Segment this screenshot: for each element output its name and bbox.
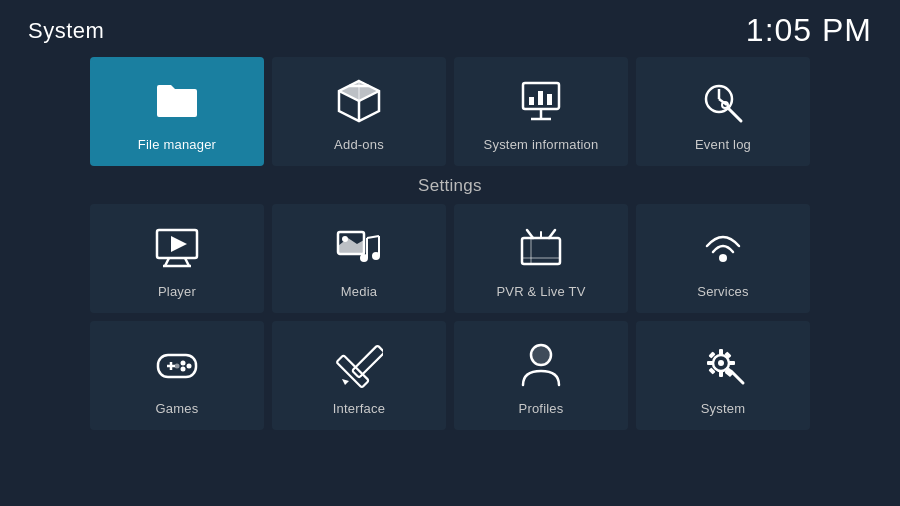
svg-rect-54 — [707, 361, 713, 365]
svg-line-26 — [367, 236, 379, 238]
svg-point-42 — [187, 364, 192, 369]
file-manager-icon — [151, 75, 203, 127]
add-ons-label: Add-ons — [334, 137, 384, 152]
services-icon — [697, 222, 749, 274]
tile-system-information[interactable]: System information — [454, 57, 628, 166]
svg-rect-52 — [719, 349, 723, 355]
svg-line-16 — [729, 109, 741, 121]
settings-row-1: Player Media — [90, 204, 810, 313]
tile-profiles[interactable]: Profiles — [454, 321, 628, 430]
svg-point-30 — [372, 252, 380, 260]
pvr-live-tv-icon — [515, 222, 567, 274]
profiles-label: Profiles — [519, 401, 564, 416]
clock: 1:05 PM — [746, 12, 872, 49]
tile-media[interactable]: Media — [272, 204, 446, 313]
event-log-label: Event log — [695, 137, 751, 152]
tile-pvr-live-tv[interactable]: PVR & Live TV — [454, 204, 628, 313]
svg-rect-10 — [529, 97, 534, 105]
svg-rect-11 — [538, 91, 543, 105]
svg-point-37 — [719, 254, 727, 262]
tile-event-log[interactable]: Event log — [636, 57, 810, 166]
svg-point-49 — [531, 345, 551, 365]
tile-add-ons[interactable]: Add-ons — [272, 57, 446, 166]
svg-point-51 — [718, 360, 724, 366]
svg-rect-53 — [719, 371, 723, 377]
media-icon — [333, 222, 385, 274]
system-information-label: System information — [484, 137, 599, 152]
svg-marker-46 — [342, 379, 349, 385]
games-icon — [151, 339, 203, 391]
tile-system[interactable]: System — [636, 321, 810, 430]
page-title: System — [28, 18, 104, 44]
profiles-icon — [515, 339, 567, 391]
svg-point-41 — [181, 361, 186, 366]
top-row: File manager Add-ons — [90, 57, 810, 166]
settings-row-2: Games Interface — [90, 321, 810, 430]
svg-marker-25 — [338, 238, 364, 254]
svg-rect-12 — [547, 94, 552, 105]
interface-label: Interface — [333, 401, 385, 416]
tile-file-manager[interactable]: File manager — [90, 57, 264, 166]
main-content: File manager Add-ons — [0, 57, 900, 430]
svg-rect-55 — [729, 361, 735, 365]
svg-rect-31 — [522, 238, 560, 264]
player-icon — [151, 222, 203, 274]
svg-point-29 — [360, 254, 368, 262]
interface-icon — [333, 339, 385, 391]
media-label: Media — [341, 284, 377, 299]
tile-services[interactable]: Services — [636, 204, 810, 313]
top-bar: System 1:05 PM — [0, 0, 900, 57]
svg-rect-47 — [352, 345, 383, 378]
pvr-live-tv-label: PVR & Live TV — [496, 284, 585, 299]
svg-point-43 — [181, 367, 186, 372]
games-label: Games — [156, 401, 199, 416]
svg-marker-22 — [171, 236, 187, 252]
add-ons-icon — [333, 75, 385, 127]
file-manager-label: File manager — [138, 137, 216, 152]
settings-section-label: Settings — [90, 176, 810, 196]
event-log-icon — [697, 75, 749, 127]
player-label: Player — [158, 284, 196, 299]
tile-player[interactable]: Player — [90, 204, 264, 313]
system-information-icon — [515, 75, 567, 127]
system-label: System — [701, 401, 746, 416]
svg-point-44 — [175, 364, 180, 369]
tile-interface[interactable]: Interface — [272, 321, 446, 430]
system-icon — [697, 339, 749, 391]
services-label: Services — [697, 284, 748, 299]
tile-games[interactable]: Games — [90, 321, 264, 430]
